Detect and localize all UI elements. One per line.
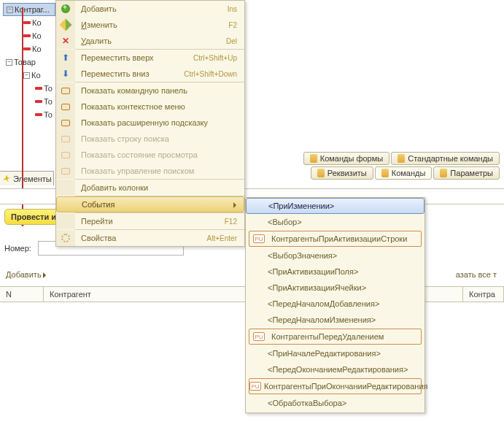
tab-attributes[interactable]: Реквизиты — [311, 166, 373, 180]
events-item-label: <ПриАктивизацииПоля> — [265, 267, 424, 276]
tab-std-commands[interactable]: Стандартные команды — [391, 152, 500, 165]
tab-parameters[interactable]: Параметры — [433, 166, 500, 180]
tree-item[interactable]: Ко — [3, 42, 55, 55]
tab-icon — [317, 169, 325, 177]
events-item-label: <ВыборЗначения> — [265, 251, 424, 260]
events-item[interactable]: <ВыборЗначения> — [246, 248, 424, 264]
menu-show-search: Показать строку поиска — [56, 131, 244, 147]
field-icon — [35, 87, 42, 90]
procedure-badge-icon: PU — [249, 382, 261, 391]
menu-show-cmd-panel[interactable]: Показать командную панель — [56, 83, 244, 99]
panel-icon — [61, 152, 70, 158]
events-item[interactable]: PUКонтрагентыПриОкончанииРедактирования — [249, 378, 422, 394]
menu-show-ctx-menu[interactable]: Показать контекстное меню — [56, 99, 244, 115]
events-submenu: <ПриИзменении><Выбор>PUКонтрагентыПриАкт… — [245, 197, 425, 413]
arrow-down-icon: ⬇ — [62, 69, 69, 79]
events-item-label: <ОбработкаВыбора> — [265, 399, 424, 407]
events-item[interactable]: <ПередНачаломИзменения> — [246, 312, 424, 328]
procedure-badge-icon: PU — [253, 234, 265, 243]
bolt-icon — [3, 175, 10, 183]
nomer-label: Номер: — [4, 244, 31, 253]
col-n[interactable]: N — [0, 287, 44, 302]
menu-add[interactable]: Добавить Ins — [56, 1, 244, 17]
menu-events[interactable]: События — [56, 196, 244, 212]
tab-form-commands[interactable]: Команды формы — [303, 152, 389, 165]
tree-label: Контраг... — [15, 5, 50, 14]
events-item[interactable]: <ПриАктивизацииПоля> — [246, 264, 424, 280]
tab-commands[interactable]: Команды — [375, 166, 433, 180]
tree-item[interactable]: Ко — [3, 16, 55, 29]
add-link[interactable]: Добавить — [6, 270, 49, 279]
menu-show-search-ctrl: Показать управление поиском — [56, 163, 244, 179]
tab-elements[interactable]: Элементы — [0, 171, 54, 185]
submenu-arrow-icon — [233, 202, 239, 208]
events-item[interactable]: <ОбработкаВыбора> — [246, 395, 424, 411]
chevron-down-icon — [43, 272, 49, 278]
events-item-label: <ПередНачаломДобавления> — [265, 299, 424, 308]
tree-root-node[interactable]: − Контраг... — [3, 3, 55, 16]
field-icon — [35, 100, 42, 103]
menu-move-down[interactable]: ⬇ Переместить вниз Ctrl+Shift+Down — [56, 66, 244, 82]
tab-icon — [440, 169, 447, 177]
menu-show-tooltip[interactable]: Показать расширенную подсказку — [56, 115, 244, 131]
col-contractor2[interactable]: Контра — [463, 287, 504, 302]
collapse-icon[interactable]: − — [23, 72, 30, 79]
collapse-icon[interactable]: − — [6, 59, 12, 66]
events-item[interactable]: <ПриИзменении> — [246, 198, 424, 214]
right-tabs: Команды формы Стандартные команды Реквиз… — [303, 152, 504, 184]
context-menu: Добавить Ins Изменить F2 ✕ Удалить Del ⬆… — [55, 0, 245, 247]
menu-add-columns[interactable]: Добавить колонки — [56, 180, 244, 196]
menu-delete[interactable]: ✕ Удалить Del — [56, 33, 244, 49]
field-icon — [35, 113, 42, 116]
collapse-icon[interactable]: − — [7, 7, 13, 13]
events-item-label: КонтрагентыПередУдалением — [268, 332, 421, 341]
tab-icon — [398, 154, 405, 163]
events-item[interactable]: <ПередНачаломДобавления> — [246, 296, 424, 312]
events-item-label: <ПриАктивизацииЯчейки> — [265, 283, 424, 292]
tab-icon — [310, 154, 317, 163]
panel-icon — [61, 136, 70, 142]
tree-item[interactable]: То — [3, 82, 55, 95]
field-icon — [23, 47, 31, 50]
tree-item[interactable]: Ко — [3, 29, 55, 42]
tree-item[interactable]: То — [3, 95, 55, 108]
tree-item[interactable]: То — [3, 108, 55, 121]
pencil-icon — [60, 19, 72, 31]
panel-icon — [61, 168, 70, 174]
events-item-label: <Выбор> — [265, 218, 424, 226]
procedure-badge-icon: PU — [253, 332, 265, 341]
tab-icon — [381, 169, 389, 177]
menu-move-up[interactable]: ⬆ Переместить вверх Ctrl+Shift+Up — [56, 50, 244, 66]
delete-icon: ✕ — [62, 36, 69, 46]
menu-edit[interactable]: Изменить F2 — [56, 17, 244, 33]
events-item-label: <ПередНачаломИзменения> — [265, 315, 424, 324]
gear-icon — [61, 234, 70, 242]
events-item-label: <ПередОкончаниемРедактирования> — [265, 365, 424, 374]
menu-goto[interactable]: Перейти F12 — [56, 213, 244, 229]
arrow-up-icon: ⬆ — [62, 53, 69, 63]
events-item-label: <ПриНачалеРедактирования> — [265, 349, 424, 358]
menu-properties[interactable]: Свойства Alt+Enter — [56, 230, 244, 246]
post-close-button[interactable]: Провести и — [4, 209, 63, 225]
panel-icon — [61, 120, 70, 126]
tree-subgroup[interactable]: − Ко — [3, 69, 55, 82]
events-item[interactable]: <Выбор> — [246, 214, 424, 230]
panel-icon — [61, 104, 70, 110]
events-item-label: КонтрагентыПриАктивизацииСтроки — [268, 234, 421, 243]
panel-icon — [61, 88, 70, 94]
events-item-label: КонтрагентыПриОкончанииРедактирования — [261, 382, 427, 391]
tree-group-node[interactable]: − Товар — [3, 55, 55, 69]
tree-panel: − Контраг... Ко Ко Ко − Товар − Ко То То… — [3, 3, 55, 121]
events-item[interactable]: <ПередОкончаниемРедактирования> — [246, 361, 424, 377]
show-all-link[interactable]: азать все т — [456, 270, 497, 279]
field-icon — [23, 34, 31, 37]
events-item[interactable]: PUКонтрагентыПередУдалением — [249, 329, 422, 345]
tab-label: Элементы — [13, 174, 52, 183]
menu-show-view-state: Показать состояние просмотра — [56, 147, 244, 163]
events-item[interactable]: PUКонтрагентыПриАктивизацииСтроки — [249, 231, 422, 247]
plus-icon — [61, 4, 70, 13]
field-icon — [23, 21, 31, 24]
events-item[interactable]: <ПриАктивизацииЯчейки> — [246, 280, 424, 296]
events-item[interactable]: <ПриНачалеРедактирования> — [246, 345, 424, 361]
events-item-label: <ПриИзменении> — [265, 202, 424, 210]
